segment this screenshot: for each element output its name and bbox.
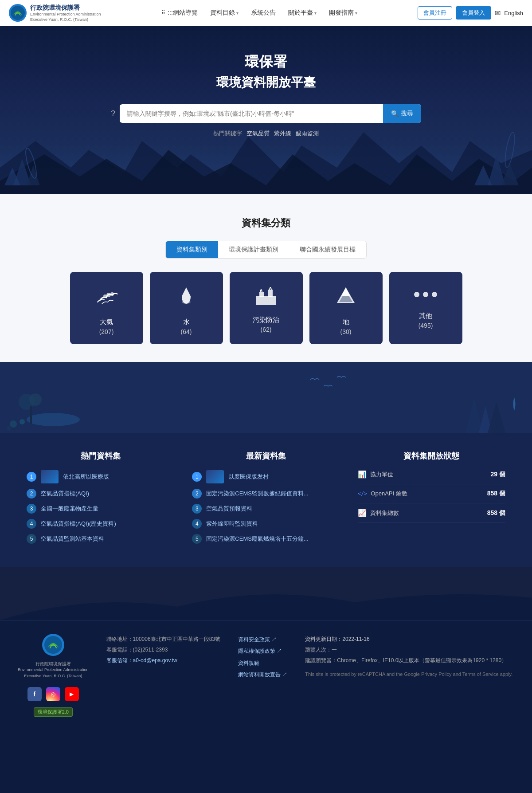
rank-4: 4 — [192, 519, 202, 529]
partners-text: 協力單位 — [370, 471, 393, 479]
contact-phone: 客服電話：(02)2511-2393 — [106, 644, 220, 655]
total-icon: 📈 — [358, 509, 367, 517]
mail-icon[interactable]: ✉ — [495, 9, 501, 17]
language-selector[interactable]: English — [504, 10, 523, 16]
search-input[interactable] — [120, 105, 383, 122]
data-sections: 熱門資料集 1 依北高所以医療版 2 空氣品質指標(AQI) 3 全國一般廢棄物… — [0, 433, 532, 567]
partners-value: 29 個 — [491, 471, 505, 479]
nav-catalog-label: 資料目錄 — [210, 9, 235, 17]
svg-point-12 — [106, 293, 111, 297]
hot-dataset-2[interactable]: 空氣品質指標(AQI) — [41, 490, 89, 498]
svg-marker-7 — [488, 154, 505, 185]
category-card-other[interactable]: 其他 (495) — [389, 272, 462, 344]
footer-landscape — [0, 567, 532, 620]
footer: 行政院環境保護署 Environmental Protection Admini… — [0, 620, 532, 730]
dataset-thumb — [206, 470, 224, 483]
svg-marker-5 — [27, 165, 40, 185]
hot-dataset-5[interactable]: 空氣品質監測站基本資料 — [41, 535, 104, 543]
open-status-title: 資料集開放狀態 — [358, 451, 505, 461]
new-dataset-3[interactable]: 空氣品質預報資料 — [206, 505, 252, 513]
register-button[interactable]: 會員注冊 — [418, 6, 452, 20]
tab-sdg[interactable]: 聯合國永續發展目標 — [289, 241, 366, 258]
svg-marker-9 — [474, 165, 492, 185]
nav-catalog[interactable]: 資料目錄 ▾ — [204, 9, 245, 17]
hot-keywords-label: 熱門關鍵字 — [213, 130, 242, 137]
nav-about[interactable]: 關於平臺 ▾ — [282, 9, 323, 17]
svg-point-14 — [110, 292, 114, 296]
facebook-button[interactable]: f — [27, 687, 42, 701]
visitors: 瀏覽人次：一 — [305, 644, 512, 655]
search-help-icon[interactable]: ? — [111, 109, 115, 118]
tab-dataset-type[interactable]: 資料集類別 — [166, 241, 218, 258]
svg-point-10 — [23, 147, 39, 179]
rank-3: 3 — [27, 504, 36, 514]
hot-dataset-3[interactable]: 全國一般廢棄物產生量 — [41, 505, 98, 513]
search-button[interactable]: 🔍 搜尋 — [383, 104, 421, 123]
contact-email[interactable]: 客服信箱：a0-od@epa.gov.tw — [106, 655, 220, 666]
category-card-water[interactable]: 水 (64) — [150, 272, 223, 344]
list-item: 3 空氣品質預報資料 — [192, 504, 340, 514]
other-label: 其他 — [398, 312, 454, 320]
instagram-button[interactable]: ◎ — [46, 687, 60, 701]
new-dataset-4[interactable]: 紫外線即時監測資料 — [206, 520, 258, 528]
nav-notice[interactable]: 系統公告 — [245, 9, 282, 17]
keyword-acid-rain[interactable]: 酸雨監測 — [296, 130, 319, 137]
tab-env-plan[interactable]: 環境保護計畫類別 — [218, 241, 289, 258]
nav-sitemap-label: :::網站導覽 — [168, 9, 198, 17]
footer-logo-area: 行政院環境保護署 Environmental Protection Admini… — [18, 634, 89, 717]
link-data-security[interactable]: 資料安全政策 ↗ — [238, 636, 277, 643]
status-row-total: 📈 資料集總數 858 個 — [358, 509, 505, 523]
svg-marker-3 — [0, 150, 532, 194]
youtube-button[interactable]: ▶ — [65, 687, 79, 701]
svg-point-22 — [414, 292, 419, 297]
pollution-icon — [239, 285, 294, 309]
footer-logo-icon — [42, 634, 64, 656]
category-card-atmosphere[interactable]: 大氣 (207) — [70, 272, 143, 344]
total-text: 資料集總數 — [370, 509, 399, 517]
land-count: (30) — [318, 328, 374, 335]
category-grid: 大氣 (207) 水 (64) — [9, 272, 523, 344]
link-privacy[interactable]: 隱私權保護政策 ↗ — [238, 648, 282, 654]
hero-title-main: 環保署 — [0, 52, 532, 72]
category-card-pollution[interactable]: 污染防治 (62) — [230, 272, 303, 344]
footer-right: 資料更新日期：2022-11-16 瀏覽人次：一 建議瀏覽器：Chrome、Fi… — [305, 634, 512, 679]
nav-sitemap[interactable]: ⠿ :::網站導覽 — [155, 9, 204, 17]
total-label: 📈 資料集總數 — [358, 509, 399, 517]
new-dataset-2[interactable]: 固定污染源CEMS監測數據紀錄值資料... — [206, 490, 308, 498]
keyword-air-quality[interactable]: 空氣品質 — [246, 130, 270, 137]
atmosphere-count: (207) — [79, 328, 134, 335]
landscape-decoration — [0, 362, 532, 433]
search-input-wrapper: 🔍 搜尋 — [120, 104, 421, 123]
categories-section: 資料集分類 資料集類別 環境保護計畫類別 聯合國永續發展目標 大氣 (207) — [0, 194, 532, 362]
logo-main-text: 行政院環境保護署 — [30, 4, 101, 12]
link-data-norms[interactable]: 資料規範 — [238, 660, 259, 666]
new-datasets-list: 1 以度医保版发村 2 固定污染源CEMS監測數據紀錄值資料... 3 空氣品質… — [192, 470, 340, 544]
new-datasets-col: 最新資料集 1 以度医保版发村 2 固定污染源CEMS監測數據紀錄值資料... … — [192, 451, 340, 549]
categories-title: 資料集分類 — [9, 216, 523, 230]
svg-point-15 — [182, 300, 191, 304]
hot-dataset-1[interactable]: 依北高所以医療版 — [63, 473, 109, 481]
svg-rect-25 — [0, 362, 532, 433]
footer-social: f ◎ ▶ — [27, 687, 79, 701]
devguide-arrow-icon: ▾ — [355, 11, 357, 16]
login-button[interactable]: 會員登入 — [456, 6, 491, 20]
new-dataset-1[interactable]: 以度医保版发村 — [228, 473, 269, 481]
list-item: 3 全國一般廢棄物產生量 — [27, 504, 174, 514]
category-card-land[interactable]: 地 (30) — [309, 272, 383, 344]
water-icon — [159, 285, 214, 311]
new-dataset-5[interactable]: 固定污染源CEMS廢氣燃燒塔十五分鐘... — [206, 535, 308, 543]
hot-dataset-4[interactable]: 空氣品質指標(AQI)(歷史資料) — [41, 520, 116, 528]
api-value: 858 個 — [487, 490, 505, 498]
nav-devguide[interactable]: 開發指南 ▾ — [323, 9, 364, 17]
category-tabs: 資料集類別 環境保護計畫類別 聯合國永續發展目標 — [165, 241, 367, 259]
link-open-declaration[interactable]: 網站資料開放宣告 ↗ — [238, 671, 287, 678]
list-item: 2 固定污染源CEMS監測數據紀錄值資料... — [192, 489, 340, 499]
pollution-count: (62) — [239, 326, 294, 333]
svg-point-35 — [7, 426, 11, 431]
rank-4: 4 — [27, 519, 36, 529]
svg-rect-18 — [268, 290, 273, 297]
svg-point-33 — [10, 420, 17, 428]
rank-1: 1 — [27, 472, 36, 482]
svg-marker-8 — [501, 163, 519, 185]
keyword-uv[interactable]: 紫外線 — [274, 130, 291, 137]
